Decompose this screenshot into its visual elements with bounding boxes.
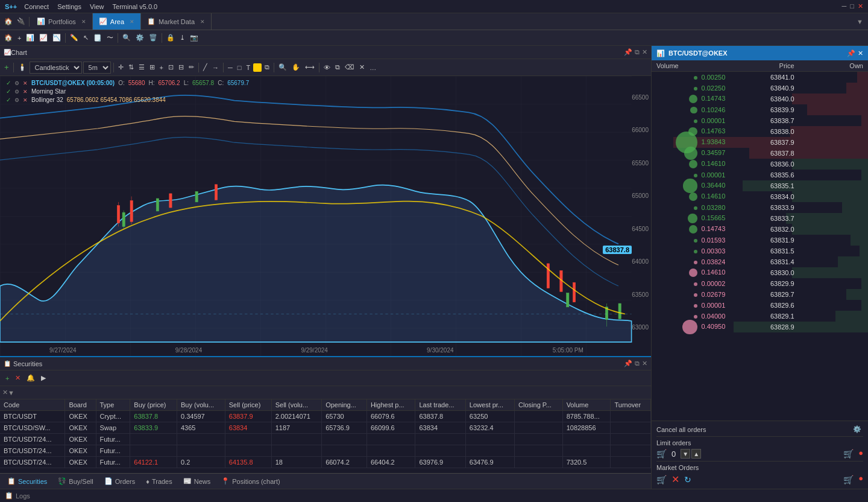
chart-rect-tool[interactable]: □ bbox=[236, 63, 244, 72]
tab-news[interactable]: 📰 News bbox=[178, 476, 216, 486]
menu-terminal[interactable]: Terminal v5.0.0 bbox=[113, 3, 158, 10]
tb-export[interactable]: ⤓ bbox=[178, 33, 187, 42]
maximize-btn[interactable]: □ bbox=[850, 2, 854, 10]
portfolios-close[interactable]: ✕ bbox=[81, 19, 86, 25]
settings-gear-btn[interactable]: ⚙️ bbox=[851, 425, 863, 434]
close-btn[interactable]: ✕ bbox=[858, 2, 863, 10]
ob-row[interactable]: 0.34597 63837.8 bbox=[652, 148, 868, 159]
bb-close[interactable]: ✕ bbox=[23, 97, 28, 103]
tb-camera[interactable]: 📷 bbox=[188, 33, 200, 42]
chart-timeframe-select[interactable]: 5m bbox=[83, 62, 111, 74]
chart-clear-tool[interactable]: ⌫ bbox=[343, 63, 356, 72]
col-highest[interactable]: Highest p... bbox=[366, 399, 415, 411]
tab-orders[interactable]: 📄 Orders bbox=[99, 476, 140, 486]
menu-view[interactable]: View bbox=[90, 3, 104, 10]
tab-positions[interactable]: 📍 Positions (chart) bbox=[216, 476, 285, 486]
col-last-trade[interactable]: Last trade... bbox=[415, 399, 465, 411]
table-row[interactable]: BTC/USDT/24... OKEX Futur... bbox=[0, 434, 651, 445]
ms-close[interactable]: ✕ bbox=[23, 89, 28, 95]
chart-hand-tool[interactable]: ✋ bbox=[290, 63, 302, 72]
tb-candle[interactable]: 📊 bbox=[24, 33, 36, 42]
chart-expand[interactable]: ⊡ bbox=[166, 63, 175, 72]
chart-pin-btn[interactable]: 📌 bbox=[624, 48, 632, 56]
tab-area[interactable]: 📈 Area ✕ bbox=[93, 13, 141, 30]
tb-bar[interactable]: 📉 bbox=[51, 33, 63, 42]
ms-gear[interactable]: ⚙ bbox=[14, 89, 19, 95]
chart-list[interactable]: ☰ bbox=[137, 63, 146, 72]
ob-row[interactable]: 0.14743 63832.0 bbox=[652, 224, 868, 235]
tab-marketdata[interactable]: 📋 Market Data ✕ bbox=[141, 13, 212, 30]
chart-color-tool[interactable] bbox=[253, 63, 262, 72]
sec-pin-btn[interactable]: 📌 bbox=[624, 360, 632, 367]
chart-layers-tool[interactable]: ⧉ bbox=[333, 63, 342, 72]
bb-gear[interactable]: ⚙ bbox=[14, 97, 19, 103]
sec-float-btn[interactable]: ⧉ bbox=[635, 360, 640, 367]
col-buy-vol[interactable]: Buy (volu... bbox=[177, 399, 225, 411]
col-board[interactable]: Board bbox=[65, 399, 96, 411]
order-book-body[interactable]: 0.00250 63841.0 0.02250 63840.9 0.14743 … bbox=[652, 72, 868, 421]
ob-row[interactable]: 0.00250 63841.0 bbox=[652, 72, 868, 83]
tab-portfolios[interactable]: 📊 Portfolios ✕ bbox=[31, 13, 93, 30]
chart-more-tool[interactable]: … bbox=[368, 63, 378, 72]
chart-grid[interactable]: ⊞ bbox=[148, 63, 157, 72]
ob-row[interactable]: 0.00303 63831.5 bbox=[652, 246, 868, 256]
col-lowest[interactable]: Lowest pr... bbox=[465, 399, 514, 411]
col-sell-price[interactable]: Sell (price) bbox=[225, 399, 271, 411]
table-row[interactable]: BTC/USD/SW... OKEX Swap 63833.9 4365 638… bbox=[0, 422, 651, 434]
ob-row[interactable]: 0.00001 63838.7 bbox=[652, 115, 868, 126]
chart-eye-tool[interactable]: 👁 bbox=[322, 63, 332, 72]
ob-row[interactable]: 0.36440 63835.1 bbox=[652, 180, 868, 191]
area-close[interactable]: ✕ bbox=[130, 19, 134, 25]
new-btn[interactable]: 🏠 bbox=[2, 17, 14, 26]
chart-compare-tool[interactable]: ⟷ bbox=[303, 63, 316, 72]
connect-icon[interactable]: 🔌 bbox=[15, 17, 27, 26]
chart-candle-icon[interactable]: 🕯️ bbox=[16, 63, 28, 72]
sec-tb2-more[interactable]: ▼ bbox=[8, 389, 14, 396]
chart-mag-tool[interactable]: 🔍 bbox=[277, 63, 289, 72]
col-sell-vol[interactable]: Sell (volu... bbox=[271, 399, 321, 411]
chart-float-btn[interactable]: ⧉ bbox=[635, 48, 640, 56]
sec-table-container[interactable]: Code Board Type Buy (price) Buy (volu...… bbox=[0, 399, 651, 473]
chart-arrows[interactable]: ⇅ bbox=[127, 63, 136, 72]
tb-draw[interactable]: ✏️ bbox=[68, 33, 80, 42]
stepper-up[interactable]: ▲ bbox=[691, 449, 701, 459]
chart-type-select[interactable]: Candlestick bbox=[30, 62, 82, 74]
table-row[interactable]: BTC/USDT/24... OKEX Futur... bbox=[0, 445, 651, 457]
minimize-btn[interactable]: ─ bbox=[842, 2, 847, 10]
chart-plus[interactable]: + bbox=[158, 63, 165, 72]
ob-close-btn[interactable]: ✕ bbox=[858, 49, 863, 57]
sec-alert-btn[interactable]: 🔔 bbox=[25, 373, 37, 383]
chart-text-tool[interactable]: T bbox=[244, 63, 252, 72]
ob-row[interactable]: 0.02679 63829.7 bbox=[652, 289, 868, 300]
sec-add-btn[interactable]: + bbox=[4, 374, 11, 383]
menu-connect[interactable]: Connect bbox=[24, 3, 49, 10]
sec-remove-btn[interactable]: ✕ bbox=[13, 373, 22, 383]
ob-row[interactable]: 0.03824 63831.4 bbox=[652, 256, 868, 267]
tab-securities[interactable]: 📋 Securities bbox=[2, 476, 52, 486]
tab-buysell[interactable]: 💱 Buy/Sell bbox=[53, 476, 98, 486]
col-turnover[interactable]: Turnover bbox=[611, 399, 651, 411]
chart-pencil[interactable]: ✏ bbox=[187, 63, 196, 72]
chart-close-btn[interactable]: ✕ bbox=[642, 48, 647, 56]
col-closing[interactable]: Closing P... bbox=[515, 399, 563, 411]
tb-indicator[interactable]: 〜 bbox=[105, 33, 115, 43]
col-opening[interactable]: Opening... bbox=[322, 399, 367, 411]
ob-row[interactable]: 0.14610 63830.0 bbox=[652, 267, 868, 278]
tb-annotate[interactable]: 🗒️ bbox=[92, 33, 104, 42]
sec-tb2-close[interactable]: ✕ bbox=[2, 389, 8, 396]
marketdata-close[interactable]: ✕ bbox=[200, 19, 205, 25]
tb-home[interactable]: 🏠 bbox=[2, 33, 14, 42]
ob-row[interactable]: 0.10246 63839.9 bbox=[652, 104, 868, 115]
tb-zoom-in[interactable]: 🔍 bbox=[121, 33, 133, 42]
tb-lock[interactable]: 🔒 bbox=[165, 33, 177, 42]
chart-arrow-tool[interactable]: → bbox=[210, 63, 221, 72]
ob-row[interactable]: 0.01593 63831.9 bbox=[652, 235, 868, 246]
tb-delete[interactable]: 🗑️ bbox=[147, 33, 159, 42]
col-volume[interactable]: Volume bbox=[562, 399, 611, 411]
chart-compress[interactable]: ⊟ bbox=[177, 63, 186, 72]
chart-add-indicator[interactable]: + bbox=[2, 62, 11, 72]
ob-row[interactable]: 0.00001 63829.6 bbox=[652, 300, 868, 311]
chart-copy-tool[interactable]: ⧉ bbox=[263, 63, 271, 72]
ob-row[interactable]: 0.02250 63840.9 bbox=[652, 83, 868, 94]
col-type[interactable]: Type bbox=[96, 399, 130, 411]
